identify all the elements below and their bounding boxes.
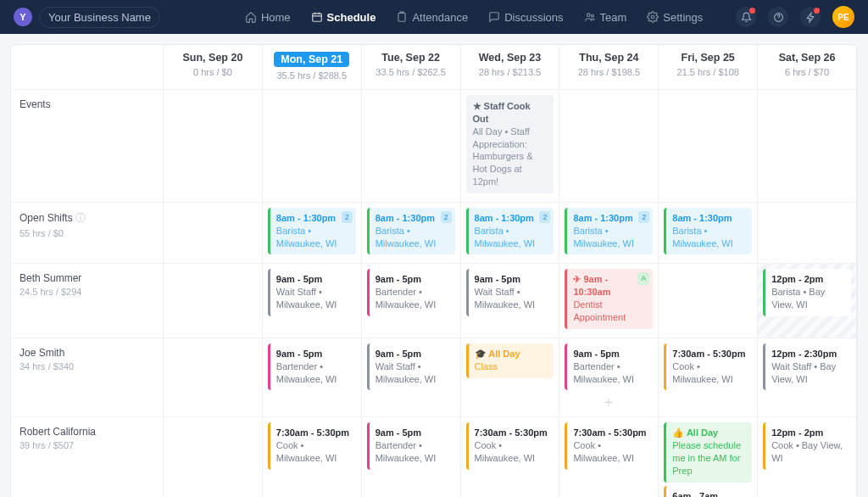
- help-button[interactable]: [768, 7, 788, 27]
- events-cell[interactable]: [559, 90, 659, 203]
- events-cell[interactable]: [164, 90, 263, 203]
- shift-card[interactable]: 12pm - 2pm Barista • Bay View, WI: [763, 269, 851, 316]
- schedule-cell[interactable]: 12pm - 2:30pm Wait Staff • Bay View, WI: [758, 338, 857, 418]
- open-shift-cell[interactable]: 2 8am - 1:30pm Barista • Milwaukee, WI: [559, 203, 659, 265]
- shift-card[interactable]: 🎓 All Day Class: [466, 343, 554, 378]
- shift-card[interactable]: 9am - 5pm Bartender • Milwaukee, WI: [565, 343, 653, 391]
- schedule-cell[interactable]: 7:30am - 5:30pm Cook • Milwaukee, WI: [659, 338, 758, 418]
- events-cell[interactable]: [263, 90, 362, 203]
- shift-time: 7:30am - 5:30pm: [573, 427, 648, 439]
- schedule-cell[interactable]: [164, 338, 263, 418]
- schedule-cell[interactable]: 9am - 5pm Wait Staff • Milwaukee, WI: [263, 264, 362, 338]
- day-header[interactable]: Sat, Sep 26 6 hrs / $70: [758, 45, 857, 90]
- shift-card[interactable]: 7:30am - 5:30pm Cook • Milwaukee, WI: [466, 422, 554, 470]
- day-header[interactable]: Fri, Sep 25 21.5 hrs / $108: [659, 45, 758, 90]
- schedule-cell[interactable]: [164, 264, 263, 338]
- schedule-cell[interactable]: 7:30am - 5:30pm Cook • Milwaukee, WI: [461, 417, 560, 497]
- open-shift-cell[interactable]: [758, 203, 857, 265]
- employee-row-header[interactable]: Beth Summer 24.5 hrs / $294: [11, 264, 164, 338]
- day-label: Tue, Sep 22: [365, 52, 457, 64]
- add-shift-button[interactable]: ＋: [565, 394, 653, 411]
- events-cell[interactable]: [758, 90, 857, 203]
- open-shift-cell[interactable]: 2 8am - 1:30pm Barista • Milwaukee, WI: [362, 203, 461, 265]
- schedule-cell[interactable]: A ✈ 9am - 10:30am Dentist Appointment: [559, 264, 659, 338]
- events-cell[interactable]: [659, 90, 758, 203]
- shift-card[interactable]: 9am - 5pm Wait Staff • Milwaukee, WI: [466, 269, 554, 316]
- shift-card[interactable]: 9am - 5pm Bartender • Milwaukee, WI: [367, 269, 455, 316]
- day-header[interactable]: Sun, Sep 20 0 hrs / $0: [164, 45, 263, 90]
- schedule-cell[interactable]: 9am - 5pm Bartender • Milwaukee, WI: [263, 338, 362, 418]
- shift-card[interactable]: 9am - 5pm Wait Staff • Milwaukee, WI: [367, 343, 455, 391]
- employee-name: Robert California: [19, 426, 154, 438]
- open-shift-card[interactable]: 2 8am - 1:30pm Barista • Milwaukee, WI: [268, 208, 356, 255]
- event-title: ★ Staff Cook Out: [473, 100, 548, 126]
- shift-card[interactable]: 👍 All Day Please schedule me in the AM f…: [664, 422, 752, 482]
- nav-attendance[interactable]: Attendance: [387, 6, 476, 29]
- shift-card[interactable]: 7:30am - 5:30pm Cook • Milwaukee, WI: [565, 422, 653, 470]
- events-cell[interactable]: ★ Staff Cook Out All Day • Staff Appreci…: [461, 90, 560, 203]
- day-header[interactable]: Wed, Sep 23 28 hrs / $213.5: [461, 45, 560, 90]
- day-header[interactable]: Tue, Sep 22 33.5 hrs / $262.5: [362, 45, 461, 90]
- employee-row-header[interactable]: Robert California 39 hrs / $507: [11, 417, 164, 497]
- shift-card[interactable]: 7:30am - 5:30pm Cook • Milwaukee, WI: [268, 422, 356, 470]
- nav-settings[interactable]: Settings: [638, 6, 711, 29]
- schedule-cell[interactable]: 👍 All Day Please schedule me in the AM f…: [659, 417, 758, 497]
- shift-time: 12pm - 2pm: [771, 427, 846, 439]
- schedule-sheet: Sun, Sep 20 0 hrs / $0 Mon, Sep 21 35.5 …: [10, 44, 858, 497]
- shift-card[interactable]: 7:30am - 5:30pm Cook • Milwaukee, WI: [664, 343, 752, 391]
- nav-team[interactable]: Team: [576, 6, 636, 29]
- brand-name[interactable]: Your Business Name: [39, 7, 160, 28]
- employee-name: Beth Summer: [19, 272, 154, 284]
- schedule-cell[interactable]: 12pm - 2pm Cook • Bay View, WI: [758, 417, 857, 497]
- open-shift-cell[interactable]: 2 8am - 1:30pm Barista • Milwaukee, WI: [263, 203, 362, 265]
- employee-summary: 34 hrs / $340: [19, 361, 154, 371]
- open-shift-card[interactable]: 2 8am - 1:30pm Barista • Milwaukee, WI: [466, 208, 554, 255]
- nav-discussions[interactable]: Discussions: [480, 6, 571, 29]
- main-nav: Home Schedule Attendance Discussions Tea…: [236, 6, 711, 29]
- day-header[interactable]: Thu, Sep 24 28 hrs / $198.5: [559, 45, 659, 90]
- nav-home[interactable]: Home: [236, 6, 299, 29]
- schedule-cell[interactable]: 7:30am - 5:30pm Cook • Milwaukee, WI: [559, 417, 659, 497]
- schedule-cell[interactable]: 9am - 5pm Bartender • Milwaukee, WI: [362, 417, 461, 497]
- day-summary: 6 hrs / $70: [761, 67, 853, 77]
- shift-card[interactable]: 12pm - 2:30pm Wait Staff • Bay View, WI: [763, 343, 851, 391]
- schedule-cell[interactable]: 9am - 5pm Wait Staff • Milwaukee, WI: [461, 264, 560, 338]
- brand-badge[interactable]: Y: [14, 8, 32, 26]
- shift-card[interactable]: 12pm - 2pm Cook • Bay View, WI: [763, 422, 851, 470]
- schedule-cell[interactable]: 9am - 5pm Bartender • Milwaukee, WI ＋: [559, 338, 659, 418]
- shift-card[interactable]: A ✈ 9am - 10:30am Dentist Appointment: [565, 269, 653, 328]
- schedule-cell[interactable]: 🎓 All Day Class: [461, 338, 560, 418]
- nav-schedule[interactable]: Schedule: [303, 6, 385, 29]
- schedule-cell[interactable]: [164, 417, 263, 497]
- shift-card[interactable]: 6am - 7am Cook • Milwaukee, WI • Prep: [664, 486, 752, 497]
- schedule-cell[interactable]: 7:30am - 5:30pm Cook • Milwaukee, WI: [263, 417, 362, 497]
- day-header[interactable]: Mon, Sep 21 35.5 hrs / $288.5: [263, 45, 362, 90]
- open-shift-card[interactable]: 2 8am - 1:30pm Barista • Milwaukee, WI: [565, 208, 653, 255]
- day-summary: 33.5 hrs / $262.5: [365, 67, 457, 77]
- shift-time: 12pm - 2pm: [771, 273, 846, 286]
- employee-row-header[interactable]: Joe Smith 34 hrs / $340: [11, 338, 164, 418]
- nav-home-label: Home: [261, 11, 291, 24]
- avatar[interactable]: PE: [832, 6, 854, 28]
- schedule-cell[interactable]: 9am - 5pm Wait Staff • Milwaukee, WI: [362, 338, 461, 418]
- open-shift-cell[interactable]: [164, 203, 263, 265]
- shift-role: Cook • Milwaukee, WI: [573, 439, 648, 465]
- event-card[interactable]: ★ Staff Cook Out All Day • Staff Appreci…: [466, 95, 554, 193]
- shift-card[interactable]: 9am - 5pm Bartender • Milwaukee, WI: [268, 343, 356, 391]
- schedule-cell[interactable]: [659, 264, 758, 338]
- shift-role: Barista • Bay View, WI: [771, 286, 846, 311]
- count-badge: 2: [441, 211, 452, 223]
- open-shift-cell[interactable]: 2 8am - 1:30pm Barista • Milwaukee, WI: [461, 203, 560, 265]
- shift-card[interactable]: 9am - 5pm Bartender • Milwaukee, WI: [367, 422, 455, 470]
- schedule-cell[interactable]: 12pm - 2pm Barista • Bay View, WI: [758, 264, 857, 338]
- open-shift-card[interactable]: 8am - 1:30pm Barista • Milwaukee, WI: [664, 208, 752, 255]
- notifications-button[interactable]: [736, 7, 756, 27]
- open-shift-card[interactable]: 2 8am - 1:30pm Barista • Milwaukee, WI: [367, 208, 455, 255]
- bolt-button[interactable]: [800, 7, 821, 27]
- schedule-cell[interactable]: 9am - 5pm Bartender • Milwaukee, WI: [362, 264, 461, 338]
- events-cell[interactable]: [362, 90, 461, 203]
- shift-card[interactable]: 9am - 5pm Wait Staff • Milwaukee, WI: [268, 269, 356, 316]
- open-shift-cell[interactable]: 8am - 1:30pm Barista • Milwaukee, WI: [659, 203, 758, 265]
- nav-settings-label: Settings: [663, 11, 703, 24]
- shift-role: Dentist Appointment: [573, 299, 648, 324]
